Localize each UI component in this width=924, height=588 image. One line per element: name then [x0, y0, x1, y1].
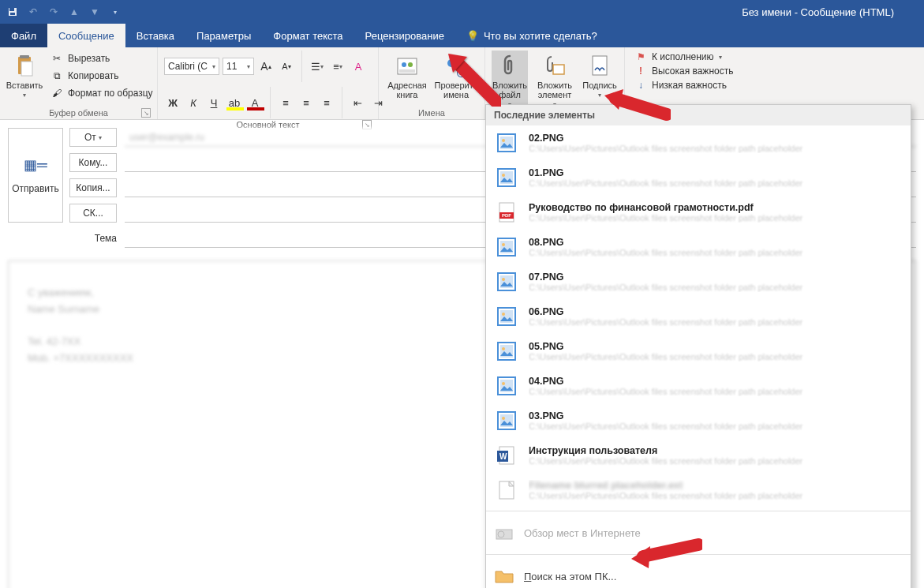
tab-format[interactable]: Формат текста: [262, 24, 354, 47]
send-button[interactable]: ▦═ Отправить: [8, 128, 63, 223]
window-title: Без имени - Сообщение (HTML): [122, 6, 918, 18]
to-button[interactable]: Кому...: [69, 153, 117, 172]
clear-formatting-button[interactable]: A: [350, 58, 367, 75]
file-name: 05.PNG: [529, 341, 903, 352]
follow-up-button[interactable]: ⚑К исполнению▾: [631, 51, 736, 63]
clipboard-group-label: Буфер обмена↘: [6, 107, 151, 119]
file-name: 06.PNG: [529, 306, 903, 317]
address-book-button[interactable]: Адресная книга: [385, 51, 429, 103]
recent-items-list: 02.PNGC:\Users\User\Pictures\Outlook fil…: [486, 125, 911, 507]
scissors-icon: ✂: [51, 52, 63, 65]
recent-file-item[interactable]: Filename blurred placeholder.extC:\Users…: [486, 473, 911, 507]
file-type-icon: PDF: [494, 200, 519, 225]
svg-point-9: [402, 62, 406, 67]
recent-file-item[interactable]: 01.PNGC:\Users\User\Pictures\Outlook fil…: [486, 160, 911, 195]
dialog-launcher-icon[interactable]: ↘: [141, 108, 151, 118]
recent-file-item[interactable]: 05.PNGC:\Users\User\Pictures\Outlook fil…: [486, 334, 911, 369]
numbering-button[interactable]: ≡▾: [329, 58, 346, 75]
bold-button[interactable]: Ж: [164, 94, 181, 111]
format-painter-button[interactable]: 🖌Формат по образцу: [47, 85, 156, 101]
svg-point-43: [502, 417, 505, 420]
file-path: C:\Users\User\Pictures\Outlook files scr…: [529, 283, 903, 292]
recent-file-item[interactable]: 04.PNGC:\Users\User\Pictures\Outlook fil…: [486, 369, 911, 403]
svg-text:W: W: [499, 452, 507, 461]
file-path: C:\Users\User\Pictures\Outlook files scr…: [529, 144, 903, 153]
font-color-button[interactable]: A: [246, 94, 264, 111]
redo-icon[interactable]: ↷: [47, 6, 60, 18]
high-importance-button[interactable]: !Высокая важность: [631, 65, 736, 77]
brush-icon: 🖌: [51, 87, 63, 99]
attach-file-label: Вложить файл: [492, 81, 527, 99]
high-importance-label: Высокая важность: [652, 66, 733, 77]
address-book-icon: [395, 54, 420, 79]
svg-point-40: [502, 382, 505, 385]
tab-tellme[interactable]: 💡Что вы хотите сделать?: [455, 24, 608, 47]
svg-point-19: [502, 139, 505, 142]
file-name: Filename blurred placeholder.ext: [529, 480, 903, 491]
highlight-button[interactable]: ab: [226, 94, 243, 111]
svg-rect-4: [10, 13, 15, 15]
address-book-label: Адресная книга: [387, 81, 428, 99]
arrow-down-icon: ↓: [634, 80, 647, 91]
tab-file[interactable]: Файл: [0, 24, 47, 47]
save-icon[interactable]: [6, 6, 19, 18]
cc-button[interactable]: Копия...: [69, 178, 117, 197]
svg-point-12: [447, 59, 455, 67]
low-importance-button[interactable]: ↓Низкая важность: [631, 79, 736, 92]
svg-rect-7: [21, 62, 32, 76]
align-right-button[interactable]: ≡: [318, 94, 335, 111]
recent-file-item[interactable]: 08.PNGC:\Users\User\Pictures\Outlook fil…: [486, 230, 911, 264]
align-left-button[interactable]: ≡: [277, 94, 294, 111]
svg-rect-6: [20, 55, 29, 58]
svg-rect-16: [593, 56, 607, 75]
svg-point-28: [502, 243, 505, 246]
attach-file-button[interactable]: Вложить файл▾: [492, 51, 528, 111]
bcc-button[interactable]: СК...: [69, 204, 117, 223]
check-names-button[interactable]: @ Проверить имена: [434, 51, 478, 103]
next-icon[interactable]: ▼: [88, 6, 101, 18]
prev-icon[interactable]: ▲: [68, 6, 80, 18]
send-label: Отправить: [12, 183, 59, 194]
group-clipboard: Вставить ▾ ✂Вырезать ⧉Копировать 🖌Формат…: [0, 47, 158, 119]
ribbon-tabs: Файл Сообщение Вставка Параметры Формат …: [0, 24, 924, 47]
paste-button[interactable]: Вставить ▾: [6, 51, 43, 102]
signature-button[interactable]: Подпись▾: [582, 51, 618, 102]
decrease-indent-button[interactable]: ⇤: [349, 94, 366, 111]
recent-file-item[interactable]: 02.PNGC:\Users\User\Pictures\Outlook fil…: [486, 125, 911, 160]
from-button[interactable]: От ▾: [69, 128, 117, 147]
cut-button[interactable]: ✂Вырезать: [47, 51, 156, 66]
copy-button[interactable]: ⧉Копировать: [47, 68, 156, 84]
tab-insert[interactable]: Вставка: [125, 24, 185, 47]
file-name: Руководство по финансовой грамотности.pd…: [529, 202, 903, 213]
attach-file-dropdown: Последние элементы 02.PNGC:\Users\User\P…: [485, 104, 911, 588]
tab-review[interactable]: Рецензирование: [354, 24, 455, 47]
align-center-button[interactable]: ≡: [297, 94, 315, 111]
undo-icon[interactable]: ↶: [27, 6, 39, 18]
tab-message[interactable]: Сообщение: [47, 24, 125, 47]
bullets-button[interactable]: ☰▾: [309, 58, 326, 75]
recent-file-item[interactable]: PDFРуководство по финансовой грамотности…: [486, 195, 911, 230]
shrink-font-button[interactable]: A▾: [278, 58, 295, 75]
font-size-combo[interactable]: 11▾: [223, 58, 254, 75]
recent-file-item[interactable]: 06.PNGC:\Users\User\Pictures\Outlook fil…: [486, 299, 911, 334]
recent-file-item[interactable]: 07.PNGC:\Users\User\Pictures\Outlook fil…: [486, 264, 911, 299]
attach-item-button[interactable]: Вложить элемент▾: [533, 51, 577, 111]
qat-customize-icon[interactable]: ▾: [109, 6, 122, 18]
file-type-icon: [494, 304, 519, 329]
check-names-label: Проверить имена: [435, 81, 478, 99]
file-type-icon: [494, 165, 519, 190]
paste-icon: [12, 54, 37, 79]
browse-pc-item[interactable]: Поиск на этом ПК...: [486, 558, 911, 588]
recent-file-item[interactable]: WИнструкция пользователяC:\Users\User\Pi…: [486, 438, 911, 473]
grow-font-button[interactable]: A▴: [257, 58, 275, 75]
browse-web-label: Обзор мест в Интернете: [524, 527, 641, 539]
folder-icon: [494, 566, 514, 586]
signature-icon: [587, 54, 612, 79]
file-name: 03.PNG: [529, 410, 903, 421]
underline-button[interactable]: Ч: [205, 94, 223, 111]
italic-button[interactable]: К: [185, 94, 202, 111]
recent-file-item[interactable]: 03.PNGC:\Users\User\Pictures\Outlook fil…: [486, 403, 911, 438]
font-name-combo[interactable]: Calibri (С▾: [164, 58, 219, 75]
browse-pc-label: Поиск на этом ПК...: [524, 571, 616, 582]
tab-options[interactable]: Параметры: [185, 24, 262, 47]
